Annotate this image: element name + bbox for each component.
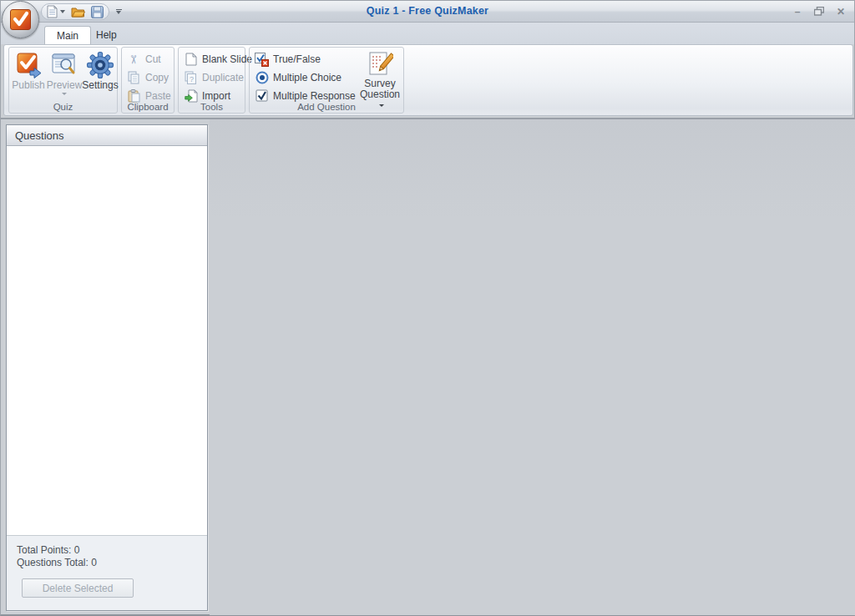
preview-label: Preview <box>47 80 83 91</box>
delete-selected-button[interactable]: Delete Selected <box>22 578 134 598</box>
multiple-choice-radio-icon <box>255 71 269 85</box>
publish-icon <box>14 50 43 80</box>
settings-button[interactable]: Settings <box>82 50 119 102</box>
multiple-choice-label: Multiple Choice <box>273 72 341 83</box>
open-button[interactable] <box>71 4 85 19</box>
questions-total-row: Questions Total: 0 <box>17 557 207 569</box>
quick-access-more-button[interactable] <box>113 5 124 18</box>
questions-panel-footer: Total Points: 0 Questions Total: 0 Delet… <box>7 535 207 610</box>
duplicate-label: Duplicate <box>202 72 244 83</box>
ribbon-group-clipboard: ✂ Cut Copy Paste Clipboard <box>121 47 175 114</box>
duplicate-icon: ? <box>184 71 198 85</box>
true-false-label: True/False <box>273 53 321 65</box>
survey-question-button[interactable]: Survey Question <box>359 50 401 102</box>
duplicate-button[interactable]: ? Duplicate <box>184 69 244 86</box>
cut-label: Cut <box>145 53 161 65</box>
questions-total-label: Questions Total: <box>17 557 89 568</box>
questions-panel: Questions Total Points: 0 Questions Tota… <box>6 124 208 611</box>
window-controls: – ✕ <box>791 5 847 18</box>
total-points-row: Total Points: 0 <box>17 544 207 557</box>
paste-label: Paste <box>145 90 171 102</box>
total-points-value: 0 <box>74 544 80 556</box>
ribbon-group-quiz: Publish Preview <box>8 47 118 114</box>
total-points-label: Total Points: <box>17 544 71 556</box>
blank-slide-button[interactable]: Blank Slide <box>184 51 252 68</box>
group-label-add-question: Add Question <box>250 102 403 112</box>
import-label: Import <box>202 90 230 102</box>
ribbon: Publish Preview <box>3 44 853 116</box>
blank-slide-icon <box>184 53 198 67</box>
restore-icon <box>814 7 824 16</box>
minimize-button[interactable]: – <box>791 5 804 18</box>
new-dropdown-icon <box>60 10 65 13</box>
titlebar: Quiz 1 - Free QuizMaker – ✕ <box>1 1 854 23</box>
import-icon <box>184 89 198 104</box>
new-quiz-button[interactable] <box>47 4 65 19</box>
paste-clipboard-icon <box>127 89 141 104</box>
settings-label: Settings <box>82 80 118 91</box>
multiple-choice-button[interactable]: Multiple Choice <box>255 69 341 86</box>
settings-gear-icon <box>86 50 114 80</box>
multiple-response-label: Multiple Response <box>273 90 356 102</box>
preview-dropdown-icon <box>62 93 67 95</box>
survey-question-icon <box>367 50 393 78</box>
questions-list[interactable] <box>7 146 207 535</box>
copy-label: Copy <box>145 72 169 83</box>
close-button[interactable]: ✕ <box>834 5 847 18</box>
copy-icon <box>127 71 141 85</box>
ribbon-tab-row: Main Help <box>1 23 854 44</box>
save-icon <box>91 6 104 18</box>
group-label-clipboard: Clipboard <box>122 102 174 112</box>
cut-scissors-icon: ✂ <box>127 53 141 67</box>
restore-button[interactable] <box>812 5 826 18</box>
open-folder-icon <box>71 6 85 18</box>
cut-button[interactable]: ✂ Cut <box>127 51 161 68</box>
ribbon-group-tools: Blank Slide ? Duplicate Import Tools <box>178 47 245 114</box>
questions-panel-header: Questions <box>7 125 207 146</box>
save-button[interactable] <box>91 4 104 19</box>
customize-toolbar-icon <box>116 9 122 11</box>
publish-label: Publish <box>12 80 44 91</box>
copy-button[interactable]: Copy <box>127 69 169 86</box>
app-window: Quiz 1 - Free QuizMaker – ✕ Main Help <box>0 0 855 616</box>
preview-button[interactable]: Preview <box>46 50 83 102</box>
questions-total-value: 0 <box>91 557 97 568</box>
true-false-icon <box>255 53 269 67</box>
customize-caret-icon <box>116 11 121 14</box>
quizmaker-logo-icon <box>10 9 31 30</box>
slide-edit-area <box>210 119 855 615</box>
true-false-button[interactable]: True/False <box>255 51 321 68</box>
window-title: Quiz 1 - Free QuizMaker <box>1 5 854 17</box>
group-label-tools: Tools <box>179 102 245 112</box>
quick-access-toolbar <box>41 3 109 20</box>
new-document-icon <box>47 5 58 18</box>
blank-slide-label: Blank Slide <box>202 53 252 65</box>
preview-icon <box>50 50 78 80</box>
publish-button[interactable]: Publish <box>10 50 47 102</box>
multiple-response-checkbox-icon <box>255 89 269 104</box>
tab-help[interactable]: Help <box>84 26 129 44</box>
svg-text:?: ? <box>190 75 194 83</box>
ribbon-group-add-question: True/False Multiple Choice Multiple Resp… <box>249 47 404 114</box>
group-label-quiz: Quiz <box>9 102 117 112</box>
app-logo-button[interactable] <box>2 1 39 38</box>
